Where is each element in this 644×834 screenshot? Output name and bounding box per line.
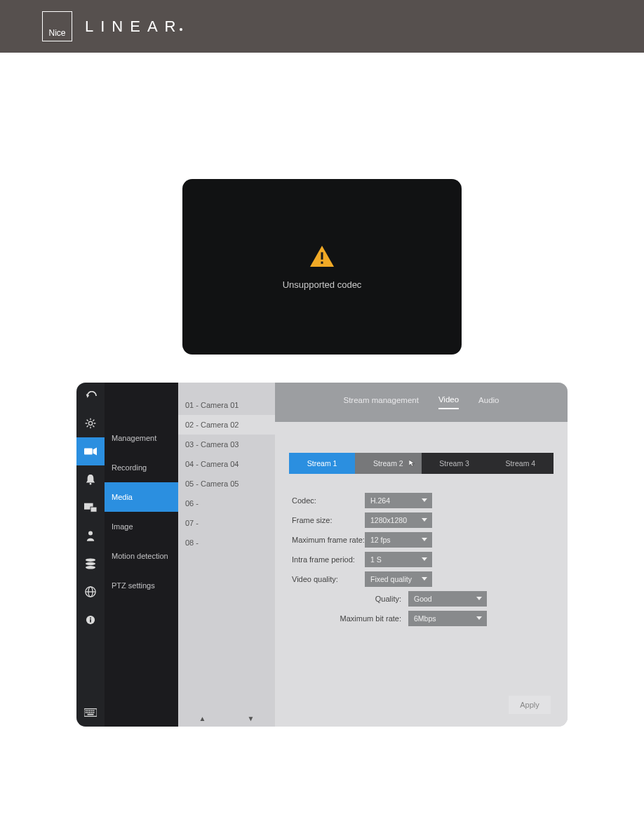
quality-select[interactable]: Good: [408, 591, 487, 607]
video-preview-panel: Unsupported codec: [182, 179, 462, 355]
svg-marker-45: [422, 577, 427, 581]
svg-rect-35: [88, 712, 89, 713]
stream-tab-1[interactable]: Stream 1: [289, 453, 355, 474]
svg-marker-43: [422, 538, 427, 541]
storage-icon[interactable]: [76, 550, 105, 578]
svg-marker-47: [476, 616, 482, 620]
max-bit-rate-label: Maximum bit rate:: [335, 614, 408, 623]
codec-select[interactable]: H.264: [365, 493, 432, 508]
display-icon[interactable]: [76, 494, 105, 522]
video-quality-select[interactable]: Fixed quality: [365, 571, 432, 587]
gear-icon[interactable]: [76, 409, 105, 437]
svg-line-9: [87, 420, 88, 421]
svg-marker-44: [422, 557, 427, 561]
frame-size-label: Frame size:: [292, 516, 365, 524]
tab-stream-management[interactable]: Stream management: [343, 396, 418, 409]
user-icon[interactable]: [76, 522, 105, 550]
stream-tab-2[interactable]: Stream 2: [355, 453, 421, 474]
network-icon[interactable]: [76, 578, 105, 606]
keyboard-icon[interactable]: [76, 699, 105, 727]
doc-header: Nice LINEAR: [0, 0, 644, 53]
camera-item[interactable]: 01 - Camera 01: [178, 395, 275, 415]
svg-rect-13: [84, 449, 93, 455]
camera-item[interactable]: 05 - Camera 05: [178, 474, 275, 494]
top-tabs: Stream management Video Audio: [275, 383, 568, 422]
svg-rect-33: [93, 710, 95, 711]
info-icon[interactable]: [76, 606, 105, 634]
back-icon[interactable]: [76, 383, 105, 409]
chevron-down-icon: [421, 496, 428, 503]
svg-marker-14: [93, 448, 97, 456]
svg-rect-2: [321, 261, 323, 263]
quality-label: Quality:: [335, 595, 408, 603]
tab-audio[interactable]: Audio: [478, 396, 499, 409]
camera-item[interactable]: 04 - Camera 04: [178, 454, 275, 474]
chevron-down-icon: [421, 536, 428, 543]
svg-line-12: [93, 420, 94, 421]
svg-point-21: [86, 566, 95, 569]
nav-motion[interactable]: Motion detection: [105, 541, 178, 571]
camera-icon[interactable]: [76, 437, 105, 465]
frame-size-select[interactable]: 1280x1280: [365, 512, 432, 528]
svg-line-10: [93, 425, 94, 427]
icon-rail: [76, 383, 105, 727]
max-frame-rate-label: Maximum frame rate:: [292, 536, 365, 544]
stream-tab-3[interactable]: Stream 3: [422, 453, 488, 474]
codec-message: Unsupported codec: [283, 279, 362, 290]
main-area: Stream management Video Audio Stream 1 S…: [275, 383, 568, 727]
nav-media[interactable]: Media: [105, 482, 178, 512]
svg-point-19: [86, 558, 95, 561]
svg-rect-39: [88, 714, 94, 715]
nav-management[interactable]: Management: [105, 423, 178, 453]
stream-tab-4[interactable]: Stream 4: [488, 453, 554, 474]
svg-rect-36: [89, 712, 90, 713]
camera-list: 01 - Camera 01 02 - Camera 02 03 - Camer…: [178, 383, 275, 727]
nav-image[interactable]: Image: [105, 512, 178, 541]
chevron-down-icon: [476, 614, 483, 621]
svg-rect-1: [321, 252, 323, 259]
scroll-up-icon[interactable]: ▲: [199, 715, 206, 722]
svg-rect-34: [86, 712, 87, 713]
codec-label: Codec:: [292, 496, 365, 505]
nice-logo: Nice: [42, 11, 72, 41]
camera-item[interactable]: 02 - Camera 02: [178, 415, 275, 435]
chevron-down-icon: [421, 516, 428, 523]
video-quality-label: Video quality:: [292, 575, 365, 583]
nav-ptz[interactable]: PTZ settings: [105, 571, 178, 600]
svg-point-15: [90, 483, 92, 485]
svg-line-11: [87, 425, 88, 427]
max-bit-rate-select[interactable]: 6Mbps: [408, 611, 487, 626]
svg-point-20: [86, 562, 95, 565]
svg-rect-17: [90, 507, 97, 512]
settings-app-panel: Management Recording Media Image Motion …: [76, 383, 568, 727]
chevron-down-icon: [421, 575, 428, 582]
svg-point-4: [88, 421, 92, 425]
svg-point-18: [88, 531, 93, 536]
camera-item[interactable]: 07 -: [178, 513, 275, 533]
svg-rect-29: [86, 710, 87, 711]
warning-icon: [309, 244, 335, 268]
cursor-icon: [409, 460, 416, 467]
scroll-down-icon[interactable]: ▼: [248, 715, 255, 722]
tab-video[interactable]: Video: [438, 395, 459, 409]
svg-rect-38: [93, 712, 95, 713]
intra-frame-select[interactable]: 1 S: [365, 552, 432, 567]
svg-rect-26: [90, 619, 91, 622]
apply-button[interactable]: Apply: [509, 696, 551, 714]
svg-rect-31: [89, 710, 90, 711]
camera-item[interactable]: 08 -: [178, 533, 275, 552]
nav-recording[interactable]: Recording: [105, 453, 178, 482]
camera-item[interactable]: 03 - Camera 03: [178, 435, 275, 454]
svg-marker-40: [409, 460, 415, 466]
camera-item[interactable]: 06 -: [178, 494, 275, 513]
max-frame-rate-select[interactable]: 12 fps: [365, 532, 432, 548]
svg-rect-30: [88, 710, 89, 711]
svg-rect-37: [91, 712, 93, 713]
svg-rect-32: [91, 710, 93, 711]
intra-frame-label: Intra frame period:: [292, 555, 365, 564]
bell-icon[interactable]: [76, 465, 105, 494]
svg-marker-41: [422, 498, 427, 502]
chevron-down-icon: [421, 555, 428, 562]
chevron-down-icon: [476, 595, 483, 602]
svg-marker-46: [476, 597, 482, 600]
